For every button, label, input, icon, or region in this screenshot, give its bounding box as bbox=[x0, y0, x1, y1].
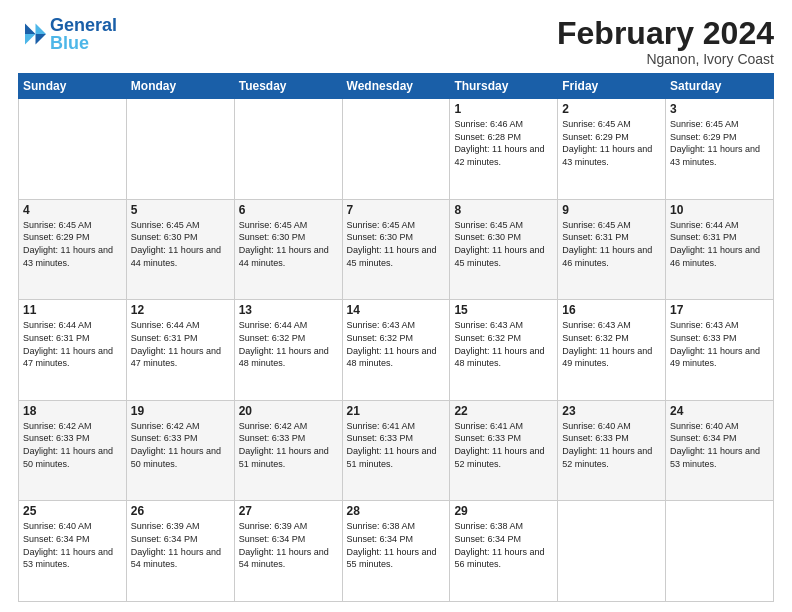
day-number: 4 bbox=[23, 203, 122, 217]
day-number: 8 bbox=[454, 203, 553, 217]
day-number: 27 bbox=[239, 504, 338, 518]
day-info: Sunrise: 6:45 AM Sunset: 6:30 PM Dayligh… bbox=[347, 219, 446, 269]
logo-icon bbox=[18, 20, 46, 48]
calendar-cell: 29Sunrise: 6:38 AM Sunset: 6:34 PM Dayli… bbox=[450, 501, 558, 602]
day-info: Sunrise: 6:38 AM Sunset: 6:34 PM Dayligh… bbox=[347, 520, 446, 570]
day-number: 12 bbox=[131, 303, 230, 317]
svg-marker-2 bbox=[25, 24, 36, 35]
day-number: 2 bbox=[562, 102, 661, 116]
day-info: Sunrise: 6:42 AM Sunset: 6:33 PM Dayligh… bbox=[23, 420, 122, 470]
day-info: Sunrise: 6:44 AM Sunset: 6:31 PM Dayligh… bbox=[670, 219, 769, 269]
day-info: Sunrise: 6:43 AM Sunset: 6:33 PM Dayligh… bbox=[670, 319, 769, 369]
day-number: 26 bbox=[131, 504, 230, 518]
subtitle: Nganon, Ivory Coast bbox=[557, 51, 774, 67]
day-info: Sunrise: 6:40 AM Sunset: 6:34 PM Dayligh… bbox=[23, 520, 122, 570]
calendar-cell: 3Sunrise: 6:45 AM Sunset: 6:29 PM Daylig… bbox=[666, 99, 774, 200]
day-info: Sunrise: 6:45 AM Sunset: 6:29 PM Dayligh… bbox=[23, 219, 122, 269]
day-number: 16 bbox=[562, 303, 661, 317]
calendar-cell: 25Sunrise: 6:40 AM Sunset: 6:34 PM Dayli… bbox=[19, 501, 127, 602]
calendar-cell bbox=[19, 99, 127, 200]
calendar-cell: 11Sunrise: 6:44 AM Sunset: 6:31 PM Dayli… bbox=[19, 300, 127, 401]
day-info: Sunrise: 6:44 AM Sunset: 6:31 PM Dayligh… bbox=[131, 319, 230, 369]
calendar-header-thursday: Thursday bbox=[450, 74, 558, 99]
day-number: 23 bbox=[562, 404, 661, 418]
calendar-cell: 6Sunrise: 6:45 AM Sunset: 6:30 PM Daylig… bbox=[234, 199, 342, 300]
day-number: 25 bbox=[23, 504, 122, 518]
calendar-week-1: 1Sunrise: 6:46 AM Sunset: 6:28 PM Daylig… bbox=[19, 99, 774, 200]
calendar-cell: 8Sunrise: 6:45 AM Sunset: 6:30 PM Daylig… bbox=[450, 199, 558, 300]
day-number: 20 bbox=[239, 404, 338, 418]
day-info: Sunrise: 6:44 AM Sunset: 6:32 PM Dayligh… bbox=[239, 319, 338, 369]
calendar-cell bbox=[234, 99, 342, 200]
svg-marker-0 bbox=[36, 24, 47, 35]
svg-marker-1 bbox=[36, 34, 47, 45]
calendar-cell: 21Sunrise: 6:41 AM Sunset: 6:33 PM Dayli… bbox=[342, 400, 450, 501]
calendar-cell: 5Sunrise: 6:45 AM Sunset: 6:30 PM Daylig… bbox=[126, 199, 234, 300]
day-info: Sunrise: 6:45 AM Sunset: 6:30 PM Dayligh… bbox=[131, 219, 230, 269]
day-info: Sunrise: 6:43 AM Sunset: 6:32 PM Dayligh… bbox=[347, 319, 446, 369]
day-info: Sunrise: 6:39 AM Sunset: 6:34 PM Dayligh… bbox=[131, 520, 230, 570]
day-number: 7 bbox=[347, 203, 446, 217]
calendar-cell: 2Sunrise: 6:45 AM Sunset: 6:29 PM Daylig… bbox=[558, 99, 666, 200]
day-info: Sunrise: 6:42 AM Sunset: 6:33 PM Dayligh… bbox=[131, 420, 230, 470]
day-number: 22 bbox=[454, 404, 553, 418]
day-number: 28 bbox=[347, 504, 446, 518]
calendar-week-5: 25Sunrise: 6:40 AM Sunset: 6:34 PM Dayli… bbox=[19, 501, 774, 602]
svg-marker-3 bbox=[25, 34, 36, 45]
calendar-cell: 26Sunrise: 6:39 AM Sunset: 6:34 PM Dayli… bbox=[126, 501, 234, 602]
calendar-header-row: SundayMondayTuesdayWednesdayThursdayFrid… bbox=[19, 74, 774, 99]
calendar-cell: 4Sunrise: 6:45 AM Sunset: 6:29 PM Daylig… bbox=[19, 199, 127, 300]
calendar-header-monday: Monday bbox=[126, 74, 234, 99]
day-info: Sunrise: 6:45 AM Sunset: 6:29 PM Dayligh… bbox=[670, 118, 769, 168]
calendar-cell: 19Sunrise: 6:42 AM Sunset: 6:33 PM Dayli… bbox=[126, 400, 234, 501]
calendar-cell: 17Sunrise: 6:43 AM Sunset: 6:33 PM Dayli… bbox=[666, 300, 774, 401]
day-info: Sunrise: 6:43 AM Sunset: 6:32 PM Dayligh… bbox=[454, 319, 553, 369]
page: GeneralBlue February 2024 Nganon, Ivory … bbox=[0, 0, 792, 612]
day-number: 13 bbox=[239, 303, 338, 317]
day-number: 14 bbox=[347, 303, 446, 317]
day-number: 24 bbox=[670, 404, 769, 418]
header: GeneralBlue February 2024 Nganon, Ivory … bbox=[18, 16, 774, 67]
calendar-cell: 15Sunrise: 6:43 AM Sunset: 6:32 PM Dayli… bbox=[450, 300, 558, 401]
calendar-week-4: 18Sunrise: 6:42 AM Sunset: 6:33 PM Dayli… bbox=[19, 400, 774, 501]
day-number: 3 bbox=[670, 102, 769, 116]
day-info: Sunrise: 6:42 AM Sunset: 6:33 PM Dayligh… bbox=[239, 420, 338, 470]
day-info: Sunrise: 6:38 AM Sunset: 6:34 PM Dayligh… bbox=[454, 520, 553, 570]
logo-text: GeneralBlue bbox=[50, 16, 117, 52]
calendar-cell: 20Sunrise: 6:42 AM Sunset: 6:33 PM Dayli… bbox=[234, 400, 342, 501]
day-number: 9 bbox=[562, 203, 661, 217]
day-number: 19 bbox=[131, 404, 230, 418]
calendar-header-tuesday: Tuesday bbox=[234, 74, 342, 99]
logo: GeneralBlue bbox=[18, 16, 117, 52]
calendar-cell: 10Sunrise: 6:44 AM Sunset: 6:31 PM Dayli… bbox=[666, 199, 774, 300]
day-number: 15 bbox=[454, 303, 553, 317]
main-title: February 2024 bbox=[557, 16, 774, 51]
calendar-week-2: 4Sunrise: 6:45 AM Sunset: 6:29 PM Daylig… bbox=[19, 199, 774, 300]
calendar-table: SundayMondayTuesdayWednesdayThursdayFrid… bbox=[18, 73, 774, 602]
calendar-cell: 23Sunrise: 6:40 AM Sunset: 6:33 PM Dayli… bbox=[558, 400, 666, 501]
calendar-cell bbox=[342, 99, 450, 200]
day-info: Sunrise: 6:40 AM Sunset: 6:33 PM Dayligh… bbox=[562, 420, 661, 470]
day-number: 10 bbox=[670, 203, 769, 217]
calendar-header-sunday: Sunday bbox=[19, 74, 127, 99]
day-info: Sunrise: 6:45 AM Sunset: 6:30 PM Dayligh… bbox=[239, 219, 338, 269]
day-number: 11 bbox=[23, 303, 122, 317]
day-number: 6 bbox=[239, 203, 338, 217]
day-number: 1 bbox=[454, 102, 553, 116]
calendar-cell: 16Sunrise: 6:43 AM Sunset: 6:32 PM Dayli… bbox=[558, 300, 666, 401]
day-info: Sunrise: 6:40 AM Sunset: 6:34 PM Dayligh… bbox=[670, 420, 769, 470]
day-number: 21 bbox=[347, 404, 446, 418]
calendar-cell bbox=[666, 501, 774, 602]
calendar-cell: 12Sunrise: 6:44 AM Sunset: 6:31 PM Dayli… bbox=[126, 300, 234, 401]
day-number: 18 bbox=[23, 404, 122, 418]
calendar-cell bbox=[126, 99, 234, 200]
day-info: Sunrise: 6:45 AM Sunset: 6:31 PM Dayligh… bbox=[562, 219, 661, 269]
calendar-header-friday: Friday bbox=[558, 74, 666, 99]
day-info: Sunrise: 6:45 AM Sunset: 6:29 PM Dayligh… bbox=[562, 118, 661, 168]
calendar-cell: 7Sunrise: 6:45 AM Sunset: 6:30 PM Daylig… bbox=[342, 199, 450, 300]
calendar-week-3: 11Sunrise: 6:44 AM Sunset: 6:31 PM Dayli… bbox=[19, 300, 774, 401]
day-info: Sunrise: 6:46 AM Sunset: 6:28 PM Dayligh… bbox=[454, 118, 553, 168]
calendar-cell: 9Sunrise: 6:45 AM Sunset: 6:31 PM Daylig… bbox=[558, 199, 666, 300]
calendar-cell: 1Sunrise: 6:46 AM Sunset: 6:28 PM Daylig… bbox=[450, 99, 558, 200]
calendar-header-wednesday: Wednesday bbox=[342, 74, 450, 99]
